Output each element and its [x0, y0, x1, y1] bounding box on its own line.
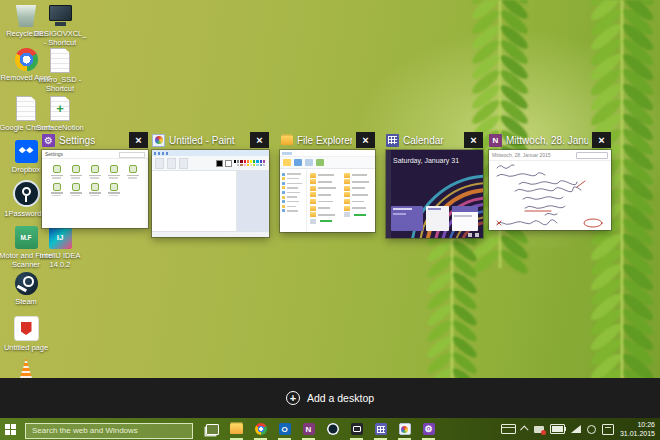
paint-tool-block	[179, 158, 188, 169]
settings-gear-icon: ⚙	[42, 134, 55, 147]
taskbar-button-onenote[interactable]: N	[300, 418, 317, 440]
settings-category-item	[67, 165, 85, 179]
explorer-file-item	[310, 192, 338, 197]
hidden-icons-chevron-icon[interactable]	[520, 425, 528, 433]
desktop-icon-desigo-shortcut[interactable]: DESIGOVXCL_ - Shortcut	[42, 4, 78, 47]
close-icon[interactable]: ×	[592, 132, 611, 148]
explorer-nav-item	[282, 182, 304, 185]
paint-mini-canvas	[152, 171, 269, 231]
close-icon[interactable]: ×	[464, 132, 483, 148]
search-input[interactable]	[25, 423, 193, 439]
taskbar-button-settings[interactable]: ⚙	[420, 418, 437, 440]
paint-palette-chip	[240, 160, 242, 162]
task-view-window-onenote[interactable]: N Mittwoch, 28. Januar 2015 - O... × Mit…	[489, 130, 611, 230]
paint-thumbnail[interactable]	[152, 150, 269, 237]
explorer-ribbon-chunk	[305, 159, 313, 166]
window-header: N Mittwoch, 28. Januar 2015 - O... ×	[489, 130, 611, 150]
paint-palette-chip	[244, 164, 246, 166]
window-title: Settings	[59, 135, 125, 146]
close-icon[interactable]: ×	[129, 132, 148, 148]
dropbox-icon	[15, 140, 38, 163]
desktop-icon-steam[interactable]: Steam	[8, 272, 44, 306]
window-header: Calendar ×	[386, 130, 483, 150]
close-icon[interactable]: ×	[356, 132, 375, 148]
explorer-thumbnail[interactable]	[280, 150, 375, 232]
file-explorer-icon	[230, 424, 243, 434]
vlc-icon	[16, 358, 36, 378]
touch-keyboard-icon[interactable]	[501, 424, 516, 434]
onenote-thumbnail[interactable]: Mittwoch, 28. Januar 2015	[489, 150, 611, 230]
task-view-window-paint[interactable]: Untitled - Paint ×	[152, 130, 269, 237]
explorer-content	[307, 169, 375, 232]
settings-category-caption	[51, 175, 63, 177]
clock-time: 10:26	[620, 420, 655, 429]
explorer-drive-item	[344, 212, 372, 217]
taskbar-button-file-explorer[interactable]	[228, 418, 245, 440]
language-icon[interactable]	[587, 425, 596, 434]
settings-thumbnail[interactable]: Settings	[42, 150, 148, 228]
explorer-file-item	[310, 186, 338, 191]
calendar-card	[391, 206, 423, 231]
desktop-icon-label: Steam	[0, 297, 54, 306]
paint-palette-chip	[260, 160, 262, 162]
plus-circle-icon: +	[286, 391, 300, 405]
explorer-mini-titlebar	[280, 150, 375, 157]
add-desktop-label: Add a desktop	[307, 392, 374, 404]
onenote-page-title: Mittwoch, 28. Januar 2015	[492, 152, 551, 158]
explorer-column-left	[310, 171, 338, 230]
explorer-file-item	[344, 199, 372, 204]
drive-usage-bar	[320, 220, 332, 222]
start-button[interactable]	[0, 418, 24, 440]
explorer-nav-icon	[282, 177, 285, 180]
task-view-bottom-bar: + Add a desktop	[0, 378, 660, 418]
desktop-icon-vlc[interactable]	[8, 358, 44, 378]
taskbar-button-media-app[interactable]	[348, 418, 365, 440]
explorer-file-label	[352, 207, 366, 209]
taskbar-button-chrome[interactable]	[252, 418, 269, 440]
paint-canvas-page	[152, 171, 237, 231]
steam-icon	[15, 272, 38, 295]
settings-category-caption	[89, 175, 101, 177]
notification-badge-icon[interactable]	[534, 426, 544, 433]
desktop-icon-1password[interactable]: 1Password 4	[8, 180, 44, 218]
taskbar-button-outlook[interactable]: O	[276, 418, 293, 440]
desktop-icon-intellij-idea[interactable]: IJIntelliJ IDEA 14.0.2	[42, 226, 78, 269]
desktop-icon-untitled-page[interactable]: Untitled page	[8, 316, 44, 352]
onenote-page-header: Mittwoch, 28. Januar 2015	[489, 150, 611, 161]
clock[interactable]: 10:26 31.01.2015	[620, 420, 655, 438]
explorer-file-label	[352, 181, 369, 183]
explorer-nav-icon	[282, 209, 285, 212]
explorer-nav-icon	[282, 191, 285, 194]
settings-category-caption	[70, 192, 82, 194]
explorer-file-label	[318, 187, 336, 189]
explorer-file-label	[318, 214, 335, 216]
task-view-window-settings[interactable]: ⚙ Settings × Settings	[42, 130, 148, 228]
taskbar-button-calendar[interactable]	[372, 418, 389, 440]
paint-palette-chip	[256, 160, 258, 162]
taskbar-button-paint[interactable]	[396, 418, 413, 440]
battery-icon[interactable]	[550, 424, 565, 434]
paint-palette-chip	[263, 160, 265, 162]
paint-palette-chip	[247, 164, 249, 166]
calendar-footer-icon	[475, 233, 479, 237]
explorer-column-right	[344, 171, 372, 230]
calendar-thumbnail[interactable]: Saturday, January 31	[386, 150, 483, 238]
explorer-ribbon-chunk	[294, 159, 302, 166]
task-view-window-calendar[interactable]: Calendar × Saturday, January 31	[386, 130, 483, 238]
task-view-window-file-explorer[interactable]: File Explorer ×	[280, 130, 375, 232]
close-icon[interactable]: ×	[250, 132, 269, 148]
action-center-icon[interactable]	[602, 424, 614, 435]
desktop-icon-dropbox[interactable]: Dropbox	[8, 140, 44, 174]
intellij-idea-icon: IJ	[49, 226, 72, 249]
folder-icon	[310, 206, 316, 211]
desktop-icon-mikro-ssd-shortcut[interactable]: mikro_SSD - Shortcut	[42, 48, 78, 93]
network-icon[interactable]	[571, 425, 581, 433]
desktop-icon-surfacenotion[interactable]: +SurfaceNotion	[42, 96, 78, 132]
folder-icon	[344, 206, 350, 211]
folder-icon	[310, 212, 316, 217]
explorer-file-label	[318, 174, 334, 176]
taskbar-button-1password[interactable]	[324, 418, 341, 440]
taskbar-button-task-view[interactable]	[204, 418, 221, 440]
add-desktop-button[interactable]: + Add a desktop	[286, 391, 374, 405]
explorer-nav-item	[282, 205, 304, 208]
